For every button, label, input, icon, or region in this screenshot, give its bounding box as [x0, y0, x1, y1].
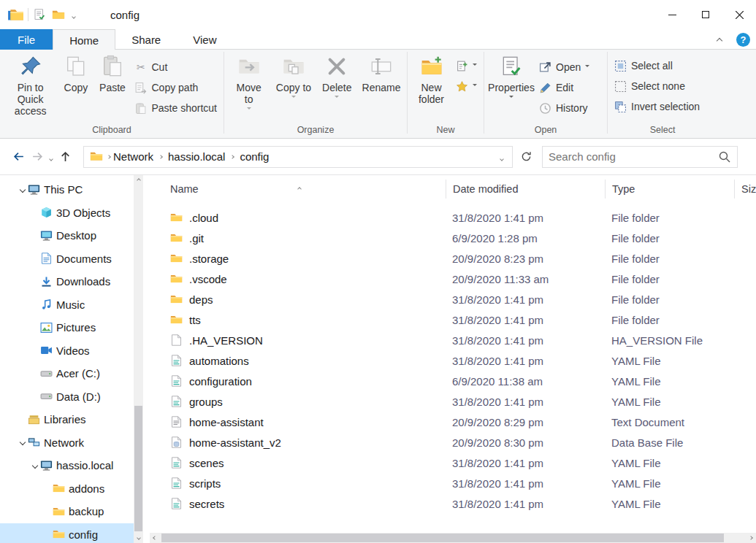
file-row-cloud[interactable]: .cloud31/8/2020 1:41 pmFile folder — [150, 207, 756, 228]
tab-home[interactable]: Home — [53, 29, 115, 50]
open-button[interactable]: Open — [535, 57, 593, 77]
breadcrumb-item-config[interactable]: config — [237, 150, 272, 163]
expanded-chevron-icon[interactable] — [20, 439, 26, 445]
collapse-ribbon-icon[interactable] — [714, 30, 725, 49]
new-item-button[interactable] — [452, 55, 481, 76]
ribbon-group-new: New folder New — [408, 50, 484, 138]
pin-to-quick-access-button[interactable]: Pin to Quick access — [3, 51, 58, 124]
file-row-ha_version[interactable]: .HA_VERSION31/8/2020 1:41 pmHA_VERSION F… — [150, 330, 756, 350]
horizontal-scrollbar-thumb[interactable] — [161, 534, 724, 542]
expanded-chevron-icon[interactable] — [20, 187, 26, 193]
invert-selection-button[interactable]: Invert selection — [611, 96, 703, 117]
tab-file[interactable]: File — [0, 29, 53, 50]
new-folder-button[interactable]: New folder — [411, 51, 452, 124]
properties-button[interactable]: Properties — [487, 51, 535, 124]
tab-share[interactable]: Share — [115, 29, 177, 50]
file-row-configuration[interactable]: configuration6/9/2020 11:38 amYAML File — [150, 371, 756, 391]
history-button[interactable]: History — [535, 98, 593, 118]
sidebar-item-3d-objects[interactable]: 3D Objects — [0, 201, 134, 225]
file-row-deps[interactable]: deps31/8/2020 1:41 pmFile folder — [150, 289, 756, 309]
column-header-type[interactable]: Type — [605, 180, 734, 199]
delete-button[interactable]: Delete — [317, 51, 357, 124]
file-name: .storage — [189, 253, 229, 265]
titlebar-separator — [28, 8, 28, 21]
new-folder-quick-icon[interactable] — [52, 9, 65, 20]
file-row-home-assistant_v2[interactable]: home-assistant_v220/9/2020 8:30 pmData B… — [150, 432, 756, 452]
sidebar-item-downloads[interactable]: Downloads — [0, 270, 134, 293]
move-to-button[interactable]: Move to — [227, 51, 270, 124]
file-row-groups[interactable]: groups31/8/2020 1:41 pmYAML File — [150, 391, 756, 412]
up-button[interactable] — [56, 147, 75, 166]
file-row-automations[interactable]: automations31/8/2020 1:41 pmYAML File — [150, 350, 756, 371]
file-date-modified: 6/9/2020 1:28 pm — [446, 232, 605, 244]
folder-icon — [53, 528, 67, 540]
edit-button[interactable]: Edit — [535, 77, 593, 98]
file-row-storage[interactable]: .storage20/9/2020 8:23 pmFile folder — [150, 248, 756, 269]
sidebar-item-addons[interactable]: addons — [0, 477, 134, 501]
file-row-home-assistant[interactable]: home-assistant20/9/2020 8:29 pmText Docu… — [150, 412, 756, 432]
sidebar-item-network[interactable]: Network — [0, 431, 134, 455]
sidebar-item-label: Data (D:) — [56, 390, 101, 403]
cut-button[interactable]: ✂ Cut — [131, 57, 221, 77]
sidebar-item-data-d-[interactable]: Data (D:) — [0, 385, 134, 409]
column-header-name[interactable]: Name — [150, 180, 446, 199]
address-dropdown-chevron-icon[interactable] — [496, 150, 508, 163]
file-row-tts[interactable]: tts31/8/2020 1:41 pmFile folder — [150, 309, 756, 330]
sidebar-item-acer-c-[interactable]: Acer (C:) — [0, 362, 134, 385]
horizontal-scrollbar[interactable] — [150, 533, 756, 543]
easy-access-button[interactable] — [452, 76, 481, 96]
sidebar-item-documents[interactable]: Documents — [0, 247, 134, 271]
scroll-right-icon[interactable] — [746, 533, 756, 543]
select-all-button[interactable]: Select all — [611, 55, 703, 76]
file-date-modified: 20/9/2020 11:33 am — [446, 273, 605, 285]
copy-path-button[interactable]: Copy path — [131, 77, 221, 98]
close-button[interactable] — [722, 0, 756, 29]
scroll-left-icon[interactable] — [150, 533, 160, 543]
select-none-button[interactable]: Select none — [611, 76, 703, 96]
copy-to-button[interactable]: Copy to — [272, 51, 315, 124]
search-icon[interactable] — [718, 150, 731, 163]
scroll-up-icon[interactable] — [134, 175, 143, 185]
customize-toolbar-chevron-icon[interactable] — [72, 8, 75, 21]
refresh-button[interactable] — [516, 147, 536, 167]
sidebar-item-videos[interactable]: Videos — [0, 339, 134, 363]
file-row-vscode[interactable]: .vscode20/9/2020 11:33 amFile folder — [150, 269, 756, 289]
maximize-button[interactable] — [689, 0, 722, 29]
back-button[interactable] — [9, 147, 28, 166]
sidebar-item-music[interactable]: Music — [0, 293, 134, 317]
forward-button[interactable] — [28, 147, 47, 166]
search-input[interactable] — [549, 150, 718, 163]
sidebar-scrollbar[interactable] — [134, 175, 143, 543]
sidebar-item-pictures[interactable]: Pictures — [0, 316, 134, 339]
sidebar-item-backup[interactable]: backup — [0, 500, 134, 523]
expanded-chevron-icon[interactable] — [32, 463, 38, 469]
sidebar-item-desktop[interactable]: Desktop — [0, 224, 134, 247]
file-name: .vscode — [189, 273, 227, 285]
column-header-date-modified[interactable]: Date modified — [446, 180, 605, 199]
breadcrumb-bar[interactable]: Networkhassio.localconfig — [83, 146, 513, 168]
minimize-button[interactable] — [655, 0, 689, 29]
recent-locations-chevron-icon[interactable] — [50, 150, 53, 163]
file-row-scenes[interactable]: scenes31/8/2020 1:41 pmYAML File — [150, 452, 756, 473]
copy-button[interactable]: Copy — [58, 51, 93, 124]
scroll-down-icon[interactable] — [134, 533, 143, 543]
sidebar-item-hassio-local[interactable]: hassio.local — [0, 454, 134, 477]
file-row-git[interactable]: .git6/9/2020 1:28 pmFile folder — [150, 228, 756, 248]
file-name: deps — [189, 293, 213, 306]
sidebar-item-this-pc[interactable]: This PC — [0, 178, 134, 201]
sidebar-item-config[interactable]: config — [0, 523, 134, 543]
file-row-scripts[interactable]: scripts31/8/2020 1:41 pmYAML File — [150, 473, 756, 493]
paste-button[interactable]: Paste — [93, 51, 131, 124]
properties-quick-icon[interactable] — [33, 9, 46, 20]
sidebar-item-libraries[interactable]: Libraries — [0, 408, 134, 431]
column-header-size[interactable]: Size — [734, 180, 756, 199]
help-icon[interactable]: ? — [736, 33, 750, 47]
tab-view[interactable]: View — [177, 29, 232, 50]
libraries-icon — [28, 414, 42, 425]
paste-shortcut-button[interactable]: Paste shortcut — [131, 98, 221, 118]
file-row-secrets[interactable]: secrets31/8/2020 1:41 pmYAML File — [150, 493, 756, 514]
rename-button[interactable]: Rename — [359, 51, 404, 124]
sidebar-scrollbar-thumb[interactable] — [134, 406, 142, 531]
breadcrumb-item-network[interactable]: Network — [110, 150, 156, 163]
breadcrumb-item-hassio-local[interactable]: hassio.local — [165, 150, 228, 163]
